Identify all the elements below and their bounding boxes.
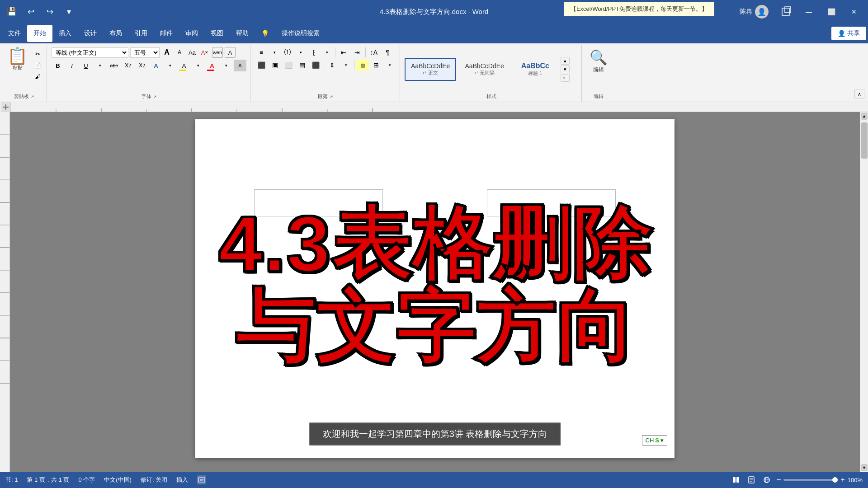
border-button[interactable]: ⊞ [370, 60, 382, 70]
status-page: 第 1 页，共 1 页 [27, 476, 69, 484]
font-expand-icon[interactable]: ↗ [153, 94, 157, 99]
user-account-button[interactable]: 陈冉 👤 [736, 3, 772, 20]
cut-button[interactable]: ✂ [32, 49, 43, 59]
align-left-button[interactable]: ⬛ [255, 60, 268, 70]
notification-banner: 【Excel/Word/PPT免费连载课程，每天更新一节。】 [564, 2, 714, 16]
scroll-thumb[interactable] [861, 122, 868, 159]
zoom-slider[interactable] [783, 479, 838, 481]
styles-scroll-up[interactable]: ▲ [561, 57, 570, 65]
border-dropdown[interactable]: ▾ [383, 60, 396, 70]
copy-button[interactable]: 📄 [32, 60, 43, 70]
menu-insert[interactable]: 插入 [52, 25, 78, 42]
menu-lightbulb[interactable]: 💡 [255, 25, 275, 42]
clipboard-expand-icon[interactable]: ↗ [31, 94, 34, 99]
bold-button[interactable]: B [52, 60, 64, 71]
scroll-down-button[interactable]: ▼ [861, 464, 868, 471]
decrease-indent-button[interactable]: ⇤ [337, 47, 350, 58]
multilevel-list-dropdown[interactable]: ▾ [321, 47, 333, 58]
distributed-button[interactable]: ⬛ [309, 60, 322, 70]
menu-file[interactable]: 文件 [2, 25, 27, 42]
doc-title-line2: 与文字方向 [213, 286, 656, 369]
multilevel-list-button[interactable]: ⁅ [307, 47, 320, 58]
text-effects-button[interactable]: A [150, 60, 162, 71]
font-size-selector[interactable]: 五号 [130, 47, 160, 58]
menu-start[interactable]: 开始 [27, 25, 52, 42]
editing-group-label: 编辑 [586, 92, 611, 100]
title-bar: 💾 ↩ ↪ ▾ 4.3表格删除与文字方向.docx - Word 【Excel/… [0, 0, 868, 23]
menu-layout[interactable]: 布局 [103, 25, 128, 42]
undo-button[interactable]: ↩ [23, 4, 39, 20]
close-button[interactable]: ✕ [844, 4, 864, 20]
document[interactable]: 4.3表格删除 与文字方向 欢迎和我一起学习第四章中的第3讲 表格删除与文字方向… [195, 119, 675, 458]
highlight-button[interactable]: A [178, 60, 190, 71]
redo-button[interactable]: ↪ [42, 4, 58, 20]
paste-button[interactable]: 📋 粘贴 [5, 47, 29, 92]
web-view-button[interactable] [761, 474, 772, 485]
paragraph-group-content: ≡ ▾ ⑴ ▾ ⁅ ▾ ⇤ ⇥ ↕A ¶ [255, 47, 396, 92]
font-color-dropdown[interactable]: ▾ [220, 60, 232, 71]
highlight-dropdown[interactable]: ▾ [192, 60, 204, 71]
phonetic-button[interactable]: wen [212, 47, 223, 58]
zoom-out-button[interactable]: − [777, 476, 781, 484]
maximize-button[interactable]: ⬜ [821, 4, 842, 20]
menu-search[interactable]: 操作说明搜索 [275, 25, 326, 42]
bullet-list-dropdown[interactable]: ▾ [268, 47, 281, 58]
styles-more[interactable]: ≡ [561, 74, 570, 82]
enclose-char-button[interactable]: A [225, 47, 236, 58]
print-view-button[interactable] [746, 474, 757, 485]
strikethrough-button[interactable]: abc [108, 60, 120, 71]
vertical-scrollbar[interactable]: ▲ ▼ [860, 112, 868, 472]
font-grow-button[interactable]: A [161, 47, 172, 58]
macro-button[interactable] [197, 475, 206, 484]
font-color-button[interactable]: A [206, 60, 218, 71]
paragraph-group: ≡ ▾ ⑴ ▾ ⁅ ▾ ⇤ ⇥ ↕A ¶ [251, 45, 400, 102]
underline-dropdown[interactable]: ▾ [94, 60, 106, 71]
scroll-up-button[interactable]: ▲ [861, 113, 868, 120]
align-center-button[interactable]: ▣ [269, 60, 281, 70]
save-button[interactable]: 💾 [4, 4, 20, 20]
font-group-label: 字体 ↗ [52, 92, 246, 100]
align-right-button[interactable]: ⬜ [282, 60, 295, 70]
increase-indent-button[interactable]: ⇥ [351, 47, 363, 58]
font-shrink-button[interactable]: A [174, 47, 185, 58]
menu-help[interactable]: 帮助 [230, 25, 255, 42]
style-heading1-card[interactable]: AaBbCc 标题 1 [513, 58, 558, 81]
minimize-button[interactable]: — [798, 4, 819, 20]
style-nospacing-card[interactable]: AaBbCcDdEe ↵ 无间隔 [459, 58, 509, 80]
menu-review[interactable]: 审阅 [179, 25, 204, 42]
line-spacing-dropdown[interactable]: ▾ [340, 60, 352, 70]
show-marks-button[interactable]: ¶ [381, 47, 394, 58]
format-painter-button[interactable]: 🖌 [32, 71, 43, 81]
paragraph-expand-icon[interactable]: ↗ [330, 94, 333, 99]
styles-scroll-down[interactable]: ▼ [561, 66, 570, 73]
collapse-ribbon-button[interactable]: ∧ [854, 89, 864, 99]
text-effects-dropdown[interactable]: ▾ [164, 60, 176, 71]
ruler-corner[interactable] [1, 102, 11, 112]
menu-mail[interactable]: 邮件 [154, 25, 179, 42]
clear-format-button[interactable]: A✕ [199, 47, 210, 58]
customize-qat-button[interactable]: ▾ [61, 4, 77, 20]
bullet-list-button[interactable]: ≡ [255, 47, 268, 58]
superscript-button[interactable]: X2 [136, 60, 148, 71]
italic-button[interactable]: I [66, 60, 78, 71]
ribbon: 📋 粘贴 ✂ 📄 🖌 剪贴板 ↗ 等线 (中文正文) [0, 43, 868, 102]
zoom-percent: 100% [848, 477, 863, 483]
underline-button[interactable]: U [80, 60, 92, 71]
zoom-in-button[interactable]: + [840, 476, 844, 484]
share-button[interactable]: 👤 共享 [831, 27, 866, 40]
menu-design[interactable]: 设计 [78, 25, 103, 42]
menu-view[interactable]: 视图 [204, 25, 230, 42]
numbered-list-button[interactable]: ⑴ [281, 47, 294, 58]
change-case-button[interactable]: Aa [187, 47, 198, 58]
numbered-list-dropdown[interactable]: ▾ [294, 47, 307, 58]
justify-button[interactable]: ▤ [296, 60, 308, 70]
line-spacing-button[interactable]: ⇕ [326, 60, 339, 70]
font-name-selector[interactable]: 等线 (中文正文) [52, 47, 128, 58]
shading-button[interactable]: ▨ [356, 60, 369, 70]
sort-button[interactable]: ↕A [368, 47, 380, 58]
menu-references[interactable]: 引用 [128, 25, 154, 42]
subscript-button[interactable]: X2 [122, 60, 134, 71]
char-shading-button[interactable]: A [234, 60, 246, 71]
read-view-button[interactable] [731, 474, 741, 485]
style-normal-card[interactable]: AaBbCcDdEe ↵ 正文 [405, 58, 456, 81]
